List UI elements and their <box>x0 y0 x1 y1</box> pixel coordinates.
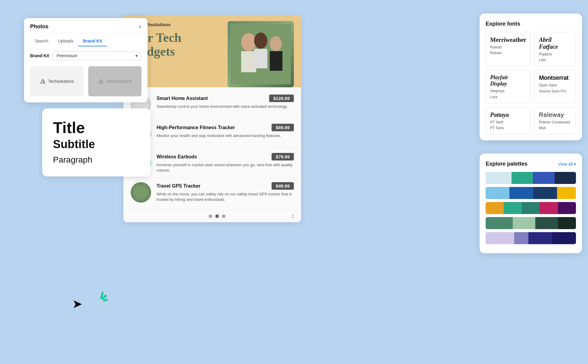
palette-row-1[interactable] <box>486 172 576 184</box>
font-secondary-pattaya: PT Serif PT Sans <box>490 120 526 131</box>
palette-row-2[interactable] <box>486 187 576 199</box>
font-card-playfair[interactable]: Playfair Display Alegreya Lora <box>486 70 531 103</box>
brand-logo-icon-dark <box>98 78 104 84</box>
palette-swatch <box>552 232 576 244</box>
palette-swatch <box>555 172 576 184</box>
photos-panel-title: Photos <box>30 23 48 30</box>
product-name: High-Performance Fitness Tracker <box>157 125 235 130</box>
palettes-header: Explore palettes View all ▾ <box>486 161 576 167</box>
product-image-gps <box>131 182 151 203</box>
svg-point-9 <box>254 33 267 49</box>
fonts-grid: Merriweather Roboto Roboto Abril Fatface… <box>486 32 576 134</box>
font-name-playfair: Playfair Display <box>490 74 526 87</box>
font-card-pattaya[interactable]: Pattaya PT Serif PT Sans <box>486 107 531 134</box>
svg-point-11 <box>270 36 282 51</box>
font-secondary-merriweather: Roboto Roboto <box>490 45 526 56</box>
brand-kit-value: Peermount <box>57 53 77 58</box>
tab-search[interactable]: Search <box>30 36 53 46</box>
product-description: Monitor your health and stay motivated w… <box>157 133 294 138</box>
palette-row-4[interactable] <box>486 217 576 229</box>
font-secondary-abril: Poppins Lato <box>539 51 571 63</box>
product-description: While on the move, you can safely rely o… <box>157 191 294 202</box>
slide-dot-3[interactable] <box>222 214 226 218</box>
brand-logo-icon-light <box>40 78 46 84</box>
font-card-montserrat[interactable]: Montserrat Open Sans Source Sans Pro <box>534 70 576 103</box>
palettes-panel: Explore palettes View all ▾ <box>480 154 582 253</box>
brand-kit-label: Brand Kit <box>30 53 49 58</box>
product-item: Travel GPS Tracker $49.99 While on the m… <box>123 178 301 207</box>
palettes-panel-title: Explore palettes <box>486 161 527 167</box>
palette-swatch <box>558 217 576 229</box>
font-card-abril[interactable]: Abril Fatface Poppins Lato <box>534 32 576 66</box>
palette-swatch <box>509 187 533 199</box>
palette-swatch <box>513 217 535 229</box>
palette-swatch <box>514 232 528 244</box>
product-details: Wireless Earbuds $79.99 Immerse yourself… <box>157 153 294 173</box>
typography-subtitle: Subtitle <box>53 138 140 151</box>
palette-swatch <box>533 172 554 184</box>
product-price: $129.99 <box>269 95 294 102</box>
product-name-row: Smart Home Assistant $129.99 <box>157 95 294 102</box>
font-name-raleway: Raleway <box>539 111 571 118</box>
svg-marker-0 <box>41 79 45 83</box>
cursor-area: ➤ <box>72 298 82 310</box>
palette-swatch <box>486 202 504 214</box>
font-name-pattaya: Pattaya <box>490 111 526 118</box>
typography-paragraph: Paragraph <box>53 154 140 166</box>
close-button[interactable]: × <box>138 24 142 30</box>
slide-dots <box>143 214 291 218</box>
sparkles <box>87 292 105 310</box>
brand-logo-text-dark: Techsolutions <box>106 79 132 84</box>
brand-kit-select[interactable]: Peermount ▾ <box>53 51 142 60</box>
product-price: $89.99 <box>272 124 294 131</box>
font-secondary-playfair: Alegreya Lora <box>490 88 526 100</box>
brand-logo-light[interactable]: Techsolutions <box>30 66 83 96</box>
chevron-down-icon: ▾ <box>135 53 138 58</box>
view-all-link[interactable]: View all ▾ <box>558 162 576 166</box>
page-number: 2 <box>291 214 294 219</box>
palette-swatch <box>535 217 558 229</box>
slide-dot-2[interactable] <box>215 214 219 218</box>
palette-swatch <box>512 172 533 184</box>
palette-swatch <box>528 232 552 244</box>
brand-logo-dark[interactable]: Techsolutions <box>88 66 142 96</box>
svg-marker-2 <box>99 79 103 83</box>
tab-brand-kit[interactable]: Brand Kit <box>78 36 107 46</box>
font-card-merriweather[interactable]: Merriweather Roboto Roboto <box>486 32 531 66</box>
photos-header: Photos × <box>24 18 148 33</box>
presentation-header: Techsolutions Our Tech Gadgets <box>123 15 301 87</box>
fonts-panel: Explore fonts Merriweather Roboto Roboto… <box>480 14 582 140</box>
palette-swatch <box>558 202 576 214</box>
product-name: Wireless Earbuds <box>157 154 197 160</box>
product-name-row: Travel GPS Tracker $49.99 <box>157 182 294 190</box>
presentation-footer: 2 <box>123 210 301 222</box>
brand-kit-row: Brand Kit Peermount ▾ <box>24 46 148 63</box>
palette-swatch <box>540 202 558 214</box>
product-description: Seamlessly control your home environment… <box>157 104 294 109</box>
product-name-row: High-Performance Fitness Tracker $89.99 <box>157 124 294 131</box>
brand-logos: Techsolutions Techsolutions <box>24 63 148 96</box>
product-price: $79.99 <box>272 153 294 160</box>
palette-swatch <box>557 187 576 199</box>
palette-swatch <box>486 187 509 199</box>
product-details: Smart Home Assistant $129.99 Seamlessly … <box>157 95 294 109</box>
font-secondary-raleway: Roboto Condensed Muli <box>539 120 571 131</box>
palette-row-5[interactable] <box>486 232 576 244</box>
slide-dot-1[interactable] <box>209 214 212 218</box>
fonts-panel-title: Explore fonts <box>486 21 576 27</box>
font-name-abril: Abril Fatface <box>539 36 571 50</box>
product-name: Travel GPS Tracker <box>157 183 201 189</box>
font-card-raleway[interactable]: Raleway Roboto Condensed Muli <box>534 107 576 134</box>
palette-swatch <box>486 217 513 229</box>
photos-tabs: Search Uploads Brand Kit <box>24 33 148 46</box>
palette-row-3[interactable] <box>486 202 576 214</box>
font-name-montserrat: Montserrat <box>539 74 571 81</box>
presentation-hero-image <box>228 21 294 87</box>
tab-uploads[interactable]: Uploads <box>53 36 78 46</box>
svg-rect-10 <box>254 49 267 68</box>
product-description: Immerse yourself in crystal-clear sound … <box>157 162 294 173</box>
palette-swatch <box>533 187 557 199</box>
palette-swatch <box>504 202 522 214</box>
product-name-row: Wireless Earbuds $79.99 <box>157 153 294 160</box>
typography-title: Title <box>53 119 140 136</box>
